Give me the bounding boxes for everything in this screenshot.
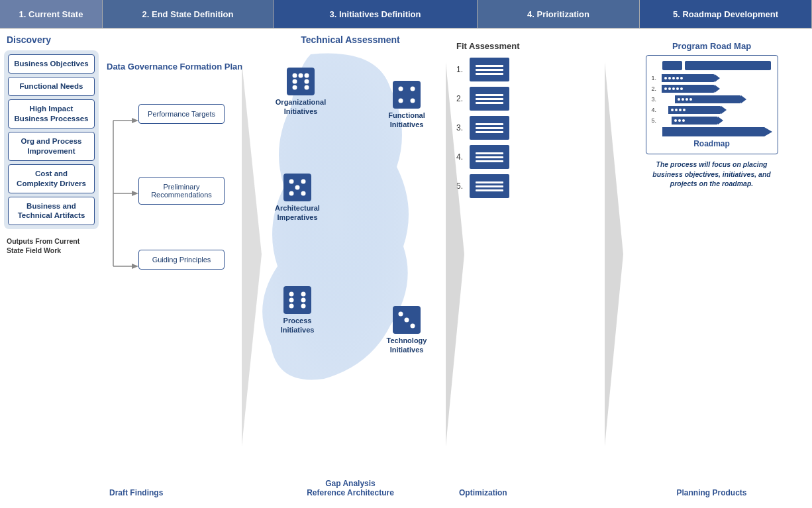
roadmap-long-bar — [662, 127, 772, 136]
roadmap-row-3: 3. — [652, 95, 772, 103]
svg-rect-17 — [394, 82, 419, 107]
header-label-2: 2. End State Definition — [142, 9, 234, 19]
svg-point-14 — [305, 79, 309, 84]
rm-dot — [664, 87, 667, 90]
fit-bar-line-o — [476, 189, 503, 191]
col4-bottom-label: Optimization — [459, 488, 507, 497]
roadmap-caption: The process will focus on placing busine… — [646, 160, 778, 189]
svg-point-29 — [289, 292, 294, 297]
svg-marker-5 — [132, 118, 138, 123]
rm-dot — [664, 77, 667, 79]
fit-bar-line-j — [476, 152, 503, 154]
col-end-state: Data Governance Formation Plan Performan… — [103, 29, 248, 508]
svg-marker-8 — [242, 62, 262, 446]
col3-bottom-label: Gap Analysis Reference Architecture — [307, 479, 394, 497]
gov-flow: Performance Targets Preliminary Recommen… — [107, 81, 226, 299]
rm-tip-2 — [715, 85, 720, 93]
fit-bar-line-l — [476, 160, 503, 162]
col3-bottom-line2: Reference Architecture — [307, 488, 394, 497]
svg-point-11 — [299, 74, 303, 78]
col1-bottom-label: Outputs From Current State Field Work — [4, 234, 99, 258]
svg-point-32 — [301, 298, 306, 303]
disc-item-1: Functional Needs — [8, 77, 95, 96]
rm-dot — [685, 98, 688, 101]
initiative-arch: Architectural Imperatives — [268, 174, 327, 223]
rm-num-2: 2. — [652, 85, 660, 92]
svg-point-37 — [399, 312, 403, 317]
col2-arrow — [242, 62, 268, 449]
svg-rect-9 — [288, 69, 313, 94]
dice-func — [393, 81, 421, 109]
gov-item-2: Guiding Principles — [138, 250, 225, 270]
initiative-org: Organizational Initiatives — [271, 68, 330, 117]
rm-dot — [671, 109, 674, 111]
fit-bar-2 — [470, 116, 509, 140]
fit-bar-line-e — [476, 98, 503, 100]
dice-arch — [283, 174, 311, 201]
rm-dot — [674, 119, 677, 122]
roadmap-row-1: 1. — [652, 74, 772, 82]
rm-dot — [678, 98, 680, 101]
initiative-proc-label: Process Initiatives — [268, 316, 327, 335]
fit-bar-line-g — [476, 123, 503, 125]
col3-arrow-svg — [446, 62, 470, 446]
rm-num-5: 5. — [652, 117, 660, 124]
rm-bar-container-5 — [662, 117, 772, 125]
header-label-5: 5. Roadmap Development — [673, 9, 778, 19]
header-label-3: 3. Initiatives Definition — [330, 9, 421, 19]
rm-dot — [680, 77, 683, 79]
dice-func-svg — [394, 82, 419, 107]
svg-point-24 — [301, 179, 306, 184]
header-label-1: 1. Current State — [19, 9, 83, 19]
fit-bar-line-f — [476, 102, 503, 104]
fit-bar-line-c — [476, 73, 503, 75]
rm-dot — [675, 109, 678, 111]
fit-bar-line-d — [476, 94, 503, 96]
roadmap-timeline-header — [652, 61, 772, 70]
rm-bar-container-2 — [662, 85, 772, 93]
discovery-title: Discovery — [4, 34, 99, 45]
gov-item-1: Preliminary Recommendations — [138, 177, 225, 205]
fit-bar-line-m — [476, 181, 503, 183]
discovery-items-container: Business Objectives Functional Needs Hig… — [4, 50, 99, 229]
col-prioritization: Fit Assessment 1. 2. 3. — [452, 29, 611, 508]
col2-title: Data Governance Formation Plan — [107, 61, 244, 73]
header: 1. Current State 2. End State Definition… — [0, 0, 812, 29]
blob-area: Organizational Initiatives Functional In… — [258, 48, 443, 385]
roadmap-row-4: 4. — [652, 106, 772, 114]
dice-tech — [393, 306, 421, 334]
initiative-org-label: Organizational Initiatives — [271, 97, 330, 117]
timeline-bar-2 — [685, 61, 771, 70]
header-initiatives: 3. Initiatives Definition — [274, 0, 478, 28]
col5-title: Program Road Map — [615, 41, 808, 51]
rm-dot — [678, 119, 681, 122]
rm-dot — [679, 109, 682, 111]
col4-arrow-svg — [605, 62, 629, 446]
rm-tip-5 — [718, 117, 723, 125]
fit-bar-0 — [470, 58, 509, 81]
svg-point-18 — [399, 87, 403, 91]
disc-item-2: High Impact Business Processes — [8, 99, 95, 128]
fit-bar-line-h — [476, 127, 503, 129]
initiative-func-label: Functional Initiatives — [377, 111, 436, 130]
fit-bar-line-a — [476, 65, 503, 67]
col4-arrow — [605, 62, 629, 449]
svg-marker-40 — [605, 62, 623, 446]
dice-org-svg — [288, 69, 313, 94]
svg-point-27 — [301, 191, 306, 196]
svg-point-30 — [301, 292, 306, 297]
svg-point-20 — [399, 99, 403, 103]
svg-point-31 — [289, 298, 294, 303]
rm-bar-fill-1 — [662, 74, 715, 82]
rm-dot — [689, 98, 692, 101]
col3-arrow — [446, 62, 470, 449]
dice-proc — [283, 286, 311, 314]
fit-items-list: 1. 2. 3. — [456, 58, 607, 198]
disc-item-4: Cost and Complexity Drivers — [8, 164, 95, 193]
svg-point-26 — [289, 191, 294, 196]
svg-point-21 — [411, 99, 415, 103]
header-prioritization: 4. Prioritization — [478, 0, 640, 28]
rm-num-4: 4. — [652, 107, 660, 113]
svg-point-33 — [289, 304, 294, 309]
initiative-func: Functional Initiatives — [377, 81, 436, 130]
